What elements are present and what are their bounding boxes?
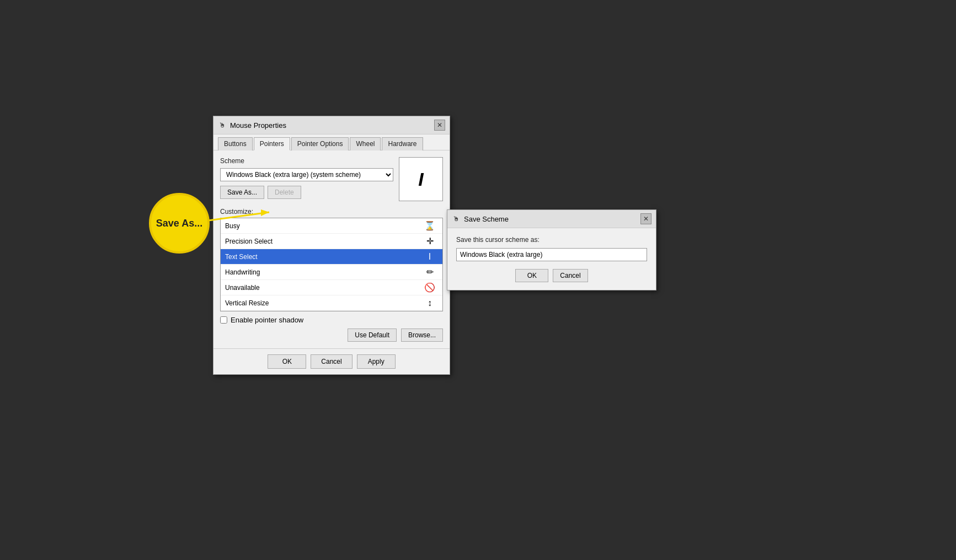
tab-hardware[interactable]: Hardware: [382, 137, 423, 150]
save-scheme-title: Save Scheme: [464, 215, 509, 223]
browse-button[interactable]: Browse...: [401, 329, 443, 342]
scheme-area: Scheme Windows Black (extra large) (syst…: [220, 157, 443, 206]
save-as-button[interactable]: Save As...: [220, 186, 264, 199]
apply-button[interactable]: Apply: [357, 354, 396, 369]
save-scheme-instruction: Save this cursor scheme as:: [456, 236, 647, 244]
cursor-icon-text-select: I: [421, 252, 438, 262]
mouse-properties-dialog: 🖱 Mouse Properties ✕ Buttons Pointers Po…: [213, 116, 450, 375]
save-as-callout: Save As...: [149, 193, 210, 254]
save-scheme-titlebar: 🖱 Save Scheme ✕: [447, 210, 656, 228]
cursor-list[interactable]: Busy ⌛ Precision Select ✛ Text Select I …: [220, 218, 443, 311]
save-scheme-icon: 🖱: [452, 214, 461, 223]
cursor-name-text-select: Text Select: [225, 253, 258, 261]
mouse-dialog-close-button[interactable]: ✕: [434, 120, 445, 131]
save-scheme-dialog: 🖱 Save Scheme ✕ Save this cursor scheme …: [447, 209, 656, 290]
callout-arrow: [209, 209, 275, 231]
cursor-item-text-select[interactable]: Text Select I: [221, 249, 442, 265]
cursor-name-precision: Precision Select: [225, 238, 273, 245]
cursor-item-handwriting[interactable]: Handwriting ✏: [221, 265, 442, 280]
tab-pointer-options[interactable]: Pointer Options: [291, 137, 349, 150]
callout-container: Save As...: [149, 193, 210, 254]
enable-shadow-label: Enable pointer shadow: [231, 316, 303, 324]
cursor-item-vertical-resize[interactable]: Vertical Resize ↕: [221, 295, 442, 311]
svg-line-0: [209, 212, 269, 220]
cursor-preview-box: I: [399, 157, 443, 201]
scheme-label: Scheme: [220, 157, 393, 165]
cursor-item-precision-select[interactable]: Precision Select ✛: [221, 234, 442, 249]
cursor-icon-precision: ✛: [421, 236, 438, 246]
use-default-button[interactable]: Use Default: [348, 329, 397, 342]
mouse-dialog-body: Scheme Windows Black (extra large) (syst…: [213, 150, 450, 348]
scheme-select[interactable]: Windows Black (extra large) (system sche…: [220, 168, 393, 181]
scheme-buttons: Save As... Delete: [220, 186, 393, 199]
save-scheme-close-button[interactable]: ✕: [640, 213, 651, 224]
delete-button[interactable]: Delete: [268, 186, 301, 199]
cursor-icon-vertical-resize: ↕: [421, 298, 438, 308]
cancel-button[interactable]: Cancel: [311, 354, 352, 369]
cursor-name-vertical-resize: Vertical Resize: [225, 299, 269, 307]
scheme-left: Scheme Windows Black (extra large) (syst…: [220, 157, 393, 206]
tab-pointers[interactable]: Pointers: [254, 137, 290, 150]
save-scheme-buttons: OK Cancel: [456, 269, 647, 282]
titlebar-left: 🖱 Mouse Properties: [218, 121, 286, 130]
ok-button[interactable]: OK: [268, 354, 306, 369]
callout-label: Save As...: [156, 218, 202, 229]
mouse-dialog-titlebar: 🖱 Mouse Properties ✕: [213, 116, 450, 134]
cursor-name-unavailable: Unavailable: [225, 284, 260, 292]
cursor-item-unavailable[interactable]: Unavailable 🚫: [221, 280, 442, 295]
cursor-preview-icon: I: [418, 169, 423, 190]
mouse-dialog-bottom-buttons: OK Cancel Apply: [213, 348, 450, 374]
scheme-row: Windows Black (extra large) (system sche…: [220, 168, 393, 181]
action-buttons-row: Use Default Browse...: [220, 329, 443, 342]
cursor-name-handwriting: Handwriting: [225, 268, 260, 276]
shadow-checkbox-row: Enable pointer shadow: [220, 316, 443, 324]
save-scheme-body: Save this cursor scheme as: OK Cancel: [447, 228, 656, 290]
cursor-icon-unavailable: 🚫: [421, 282, 438, 293]
save-scheme-input[interactable]: [456, 248, 647, 261]
tab-wheel[interactable]: Wheel: [350, 137, 381, 150]
mouse-dialog-title: Mouse Properties: [230, 121, 286, 130]
cursor-icon-busy: ⌛: [421, 220, 438, 231]
tab-buttons[interactable]: Buttons: [218, 137, 253, 150]
enable-shadow-checkbox[interactable]: [220, 316, 227, 324]
mouse-dialog-tabs: Buttons Pointers Pointer Options Wheel H…: [213, 134, 450, 150]
save-scheme-ok-button[interactable]: OK: [515, 269, 548, 282]
svg-marker-1: [261, 209, 269, 216]
cursor-icon-handwriting: ✏: [421, 267, 438, 277]
save-scheme-titlebar-left: 🖱 Save Scheme: [452, 214, 509, 223]
save-scheme-cancel-button[interactable]: Cancel: [553, 269, 588, 282]
mouse-icon: 🖱: [218, 121, 227, 130]
